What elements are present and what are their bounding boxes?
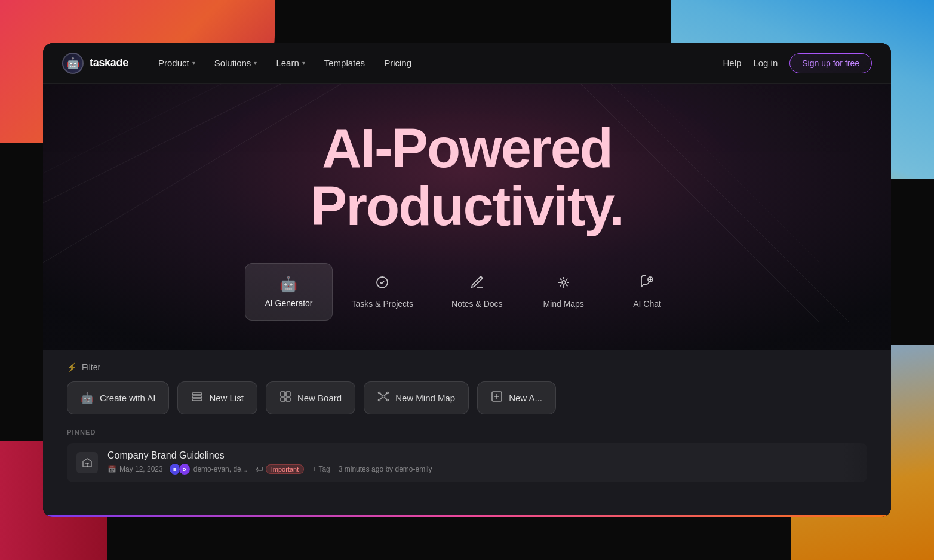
svg-rect-11: [192, 393, 202, 395]
logo-text: taskade: [90, 57, 128, 69]
svg-line-24: [385, 393, 387, 395]
chevron-down-icon: ▾: [302, 60, 305, 66]
tab-mind-maps[interactable]: Mind Maps: [522, 263, 606, 321]
svg-point-19: [379, 392, 380, 394]
tab-ai-chat[interactable]: AI Chat: [606, 263, 689, 321]
filter-icon: ⚡: [67, 362, 77, 372]
chevron-down-icon: ▾: [254, 60, 257, 66]
pinned-item[interactable]: Company Brand Guidelines 📅 May 12, 2023 …: [67, 443, 867, 482]
ai-chat-icon: [640, 275, 655, 293]
tag-icon: 🏷: [256, 465, 263, 473]
calendar-icon: 📅: [107, 465, 116, 473]
filter-label: Filter: [82, 362, 100, 372]
svg-rect-12: [192, 396, 202, 398]
pinned-item-content: Company Brand Guidelines 📅 May 12, 2023 …: [107, 450, 432, 475]
nav-link-learn[interactable]: Learn ▾: [268, 54, 313, 72]
svg-rect-13: [192, 399, 202, 401]
new-mind-map-icon: [377, 390, 389, 405]
pinned-date: 📅 May 12, 2023: [107, 465, 163, 473]
svg-point-22: [387, 399, 389, 401]
nav-link-product[interactable]: Product ▾: [150, 54, 204, 72]
navbar: 🤖 taskade Product ▾ Solutions ▾ Learn ▾ …: [43, 43, 891, 84]
pinned-assignees: E D demo-evan, de...: [171, 463, 247, 475]
create-ai-button[interactable]: 🤖 Create with AI: [67, 381, 169, 414]
page-frame: 🤖 taskade Product ▾ Solutions ▾ Learn ▾ …: [43, 43, 891, 517]
new-list-icon: [191, 390, 203, 405]
hero-title: AI-Powered Productivity.: [311, 119, 623, 235]
logo-icon: 🤖: [62, 53, 84, 74]
new-board-button[interactable]: New Board: [266, 381, 355, 414]
ai-generator-icon: 🤖: [279, 276, 297, 293]
tab-notes-docs[interactable]: Notes & Docs: [432, 263, 522, 321]
svg-line-0: [43, 84, 282, 203]
mind-maps-icon: [557, 275, 571, 293]
new-action-icon: [491, 390, 503, 405]
feature-tabs: 🤖 AI Generator Tasks & Projects: [245, 263, 689, 321]
action-buttons-row: 🤖 Create with AI New List: [67, 381, 867, 414]
svg-point-21: [379, 399, 380, 401]
svg-point-18: [382, 395, 385, 398]
signup-button[interactable]: Sign up for free: [789, 53, 872, 73]
progress-bar: [43, 515, 891, 517]
notes-docs-icon: [470, 275, 484, 293]
svg-line-23: [380, 393, 382, 395]
pinned-item-title: Company Brand Guidelines: [107, 450, 432, 461]
svg-point-20: [387, 392, 389, 394]
avatar-demo: D: [179, 463, 191, 475]
nav-right: Help Log in Sign up for free: [723, 53, 872, 73]
new-action-button[interactable]: New A...: [477, 381, 556, 414]
help-link[interactable]: Help: [723, 58, 742, 68]
bottom-panel: ⚡ Filter 🤖 Create with AI New List: [43, 350, 891, 517]
nav-links: Product ▾ Solutions ▾ Learn ▾ Templates …: [150, 54, 723, 72]
create-ai-icon: 🤖: [81, 392, 94, 405]
svg-line-1: [43, 84, 342, 263]
important-badge: Important: [266, 464, 304, 474]
add-tag-button[interactable]: + Tag: [312, 465, 330, 473]
new-mind-map-button[interactable]: New Mind Map: [364, 381, 469, 414]
svg-rect-17: [286, 398, 290, 401]
svg-rect-16: [281, 398, 285, 401]
new-board-icon: [279, 390, 291, 405]
svg-point-7: [562, 281, 566, 284]
nav-link-pricing[interactable]: Pricing: [376, 54, 420, 72]
svg-line-5: [640, 84, 819, 263]
svg-line-4: [43, 84, 222, 173]
nav-link-solutions[interactable]: Solutions ▾: [206, 54, 266, 72]
avatar-group: E D: [171, 463, 191, 475]
pinned-item-icon: [76, 452, 98, 473]
svg-rect-15: [286, 392, 290, 396]
pinned-tag: 🏷 Important: [256, 464, 304, 474]
new-list-button[interactable]: New List: [177, 381, 257, 414]
tab-ai-generator[interactable]: 🤖 AI Generator: [245, 263, 332, 321]
tab-tasks-projects[interactable]: Tasks & Projects: [333, 263, 432, 321]
login-link[interactable]: Log in: [753, 58, 778, 68]
tasks-projects-icon: [375, 275, 389, 293]
chevron-down-icon: ▾: [192, 60, 195, 66]
nav-logo[interactable]: 🤖 taskade: [62, 53, 128, 74]
svg-line-26: [385, 398, 387, 399]
pinned-label: PINNED: [67, 429, 867, 436]
svg-line-25: [380, 398, 382, 399]
nav-link-templates[interactable]: Templates: [316, 54, 373, 72]
pinned-item-meta: 📅 May 12, 2023 E D demo-evan, de... 🏷 Im…: [107, 463, 432, 475]
filter-bar: ⚡ Filter: [67, 362, 867, 372]
last-modified: 3 minutes ago by demo-emily: [339, 465, 432, 473]
svg-rect-14: [281, 392, 285, 396]
